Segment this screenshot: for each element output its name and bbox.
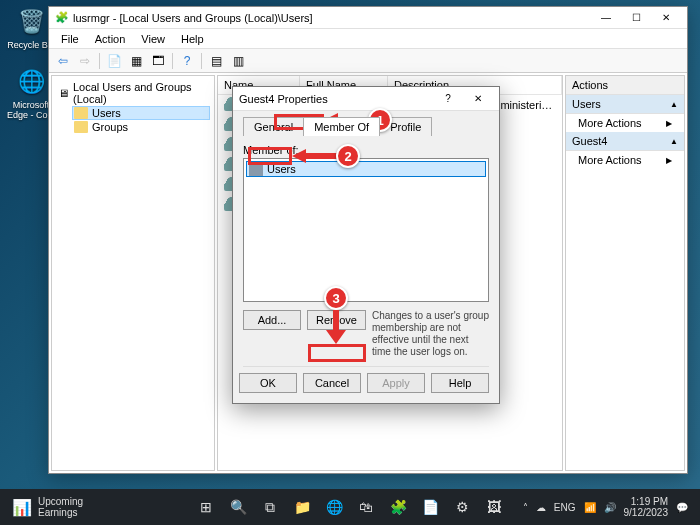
- tree-users[interactable]: Users: [72, 106, 210, 120]
- group-icon: [249, 162, 263, 176]
- tree-root-label: Local Users and Groups (Local): [73, 81, 208, 105]
- export-button[interactable]: ▦: [126, 51, 146, 71]
- menu-action[interactable]: Action: [87, 31, 134, 47]
- tree-panel[interactable]: 🖥 Local Users and Groups (Local) Users G…: [51, 75, 215, 471]
- actions-group-users[interactable]: Users ▲: [566, 95, 684, 114]
- app-icon: 🧩: [55, 11, 69, 24]
- ok-button[interactable]: OK: [239, 373, 297, 393]
- recycle-bin-icon: 🗑️: [15, 6, 47, 38]
- network-icon[interactable]: 📶: [584, 502, 596, 513]
- up-button[interactable]: 📄: [104, 51, 124, 71]
- maximize-button[interactable]: ☐: [621, 8, 651, 28]
- task-view-button[interactable]: ⧉: [256, 493, 284, 521]
- toolbar-separator: [201, 53, 202, 69]
- chevron-up-icon: ▲: [670, 137, 678, 146]
- edge-icon: 🌐: [15, 66, 47, 98]
- apply-button[interactable]: Apply: [367, 373, 425, 393]
- view2-button[interactable]: ▥: [228, 51, 248, 71]
- language-indicator[interactable]: ENG: [554, 502, 576, 513]
- help-button[interactable]: ?: [177, 51, 197, 71]
- toolbar-separator: [172, 53, 173, 69]
- back-button[interactable]: ⇦: [53, 51, 73, 71]
- cancel-button[interactable]: Cancel: [303, 373, 361, 393]
- folder-icon: [74, 121, 88, 133]
- actions-more-users[interactable]: More Actions ▶: [566, 114, 684, 132]
- explorer-icon[interactable]: 📁: [288, 493, 316, 521]
- actions-item-label: More Actions: [578, 117, 642, 129]
- notifications-icon[interactable]: 💬: [676, 502, 688, 513]
- menubar: File Action View Help: [49, 29, 687, 49]
- clock[interactable]: 1:19 PM 9/12/2023: [624, 496, 669, 518]
- dialog-titlebar[interactable]: Guest4 Properties ? ✕: [233, 87, 499, 111]
- volume-icon[interactable]: 🔊: [604, 502, 616, 513]
- actions-item-label: More Actions: [578, 154, 642, 166]
- window-title: lusrmgr - [Local Users and Groups (Local…: [73, 12, 591, 24]
- store-icon[interactable]: 🛍: [352, 493, 380, 521]
- dialog-close-button[interactable]: ✕: [463, 89, 493, 109]
- minimize-button[interactable]: —: [591, 8, 621, 28]
- properties-dialog: Guest4 Properties ? ✕ General Member Of …: [232, 86, 500, 404]
- membership-note: Changes to a user's group membership are…: [372, 310, 489, 358]
- member-list[interactable]: Users: [243, 158, 489, 302]
- onedrive-icon[interactable]: ☁: [536, 502, 546, 513]
- tree-item-label: Users: [92, 107, 121, 119]
- dialog-title: Guest4 Properties: [239, 93, 433, 105]
- app-icon-4[interactable]: 🖼: [480, 493, 508, 521]
- taskbar-center: ⊞ 🔍 ⧉ 📁 🌐 🛍 🧩 📄 ⚙ 🖼: [192, 493, 508, 521]
- app-icon-3[interactable]: ⚙: [448, 493, 476, 521]
- chevron-up-icon: ▲: [670, 100, 678, 109]
- chevron-right-icon: ▶: [666, 156, 672, 165]
- view-button[interactable]: ▤: [206, 51, 226, 71]
- tray-chevron-icon[interactable]: ˄: [523, 502, 528, 513]
- taskbar[interactable]: 📊 Upcoming Earnings ⊞ 🔍 ⧉ 📁 🌐 🛍 🧩 📄 ⚙ 🖼 …: [0, 489, 700, 525]
- member-of-label: Member of:: [243, 144, 489, 156]
- actions-group-label: Users: [572, 98, 601, 110]
- toolbar: ⇦ ⇨ 📄 ▦ 🗔 ? ▤ ▥: [49, 49, 687, 73]
- chevron-right-icon: ▶: [666, 119, 672, 128]
- tab-member-of[interactable]: Member Of: [303, 117, 380, 136]
- clock-date: 9/12/2023: [624, 507, 669, 518]
- help-button[interactable]: Help: [431, 373, 489, 393]
- tree-groups[interactable]: Groups: [72, 120, 210, 134]
- refresh-button[interactable]: 🗔: [148, 51, 168, 71]
- close-button[interactable]: ✕: [651, 8, 681, 28]
- system-tray[interactable]: ˄ ☁ ENG 📶 🔊 1:19 PM 9/12/2023 💬: [517, 496, 694, 518]
- member-item-users[interactable]: Users: [246, 161, 486, 177]
- actions-group-label: Guest4: [572, 135, 607, 147]
- tree-item-label: Groups: [92, 121, 128, 133]
- app-icon-1[interactable]: 🧩: [384, 493, 412, 521]
- app-icon-2[interactable]: 📄: [416, 493, 444, 521]
- clock-time: 1:19 PM: [624, 496, 669, 507]
- computer-icon: 🖥: [58, 87, 69, 99]
- widget-title: Upcoming: [38, 496, 83, 507]
- dialog-help-button[interactable]: ?: [433, 89, 463, 109]
- edge-taskbar-icon[interactable]: 🌐: [320, 493, 348, 521]
- widgets-icon: 📊: [12, 498, 32, 517]
- tab-profile[interactable]: Profile: [379, 117, 432, 136]
- search-button[interactable]: 🔍: [224, 493, 252, 521]
- folder-icon: [74, 107, 88, 119]
- menu-view[interactable]: View: [133, 31, 173, 47]
- start-button[interactable]: ⊞: [192, 493, 220, 521]
- actions-header: Actions: [566, 76, 684, 95]
- add-button[interactable]: Add...: [243, 310, 301, 330]
- actions-panel: Actions Users ▲ More Actions ▶ Guest4 ▲ …: [565, 75, 685, 471]
- titlebar[interactable]: 🧩 lusrmgr - [Local Users and Groups (Loc…: [49, 7, 687, 29]
- tab-general[interactable]: General: [243, 117, 304, 136]
- member-item-label: Users: [267, 163, 296, 175]
- widget-subtitle: Earnings: [38, 507, 83, 518]
- tabs: General Member Of Profile: [243, 117, 489, 136]
- tree-root[interactable]: 🖥 Local Users and Groups (Local): [56, 80, 210, 106]
- forward-button[interactable]: ⇨: [75, 51, 95, 71]
- actions-group-guest4[interactable]: Guest4 ▲: [566, 132, 684, 151]
- menu-help[interactable]: Help: [173, 31, 212, 47]
- toolbar-separator: [99, 53, 100, 69]
- menu-file[interactable]: File: [53, 31, 87, 47]
- tab-body: Member of: Users Add... Remove Changes t…: [243, 136, 489, 366]
- widgets-button[interactable]: 📊 Upcoming Earnings: [6, 496, 89, 518]
- remove-button[interactable]: Remove: [307, 310, 366, 330]
- actions-more-guest4[interactable]: More Actions ▶: [566, 151, 684, 169]
